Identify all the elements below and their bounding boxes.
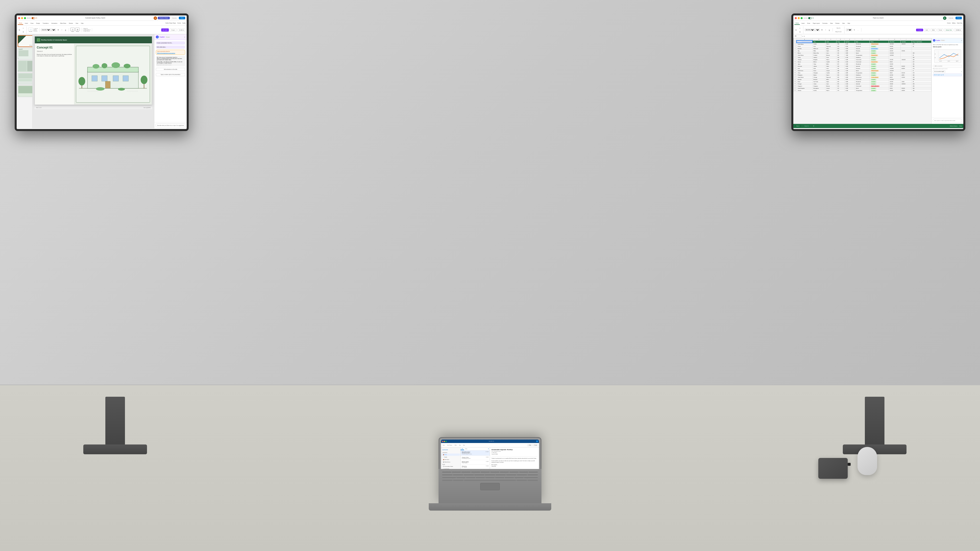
cell-10-6[interactable]: Commercial: [855, 61, 870, 63]
excel-insert-btn[interactable]: Insert: [924, 29, 929, 32]
cell-5-9[interactable]: 2/25/24: [900, 50, 912, 52]
cell-12-7[interactable]: Complete: [870, 65, 889, 67]
cell-13-3[interactable]: Liane: [826, 67, 837, 70]
key-shift-l[interactable]: [442, 476, 456, 478]
cell-16-3[interactable]: Naomi: [826, 74, 837, 76]
cell-16-1[interactable]: Philippines: [797, 74, 813, 76]
cell-15-7[interactable]: Complete: [870, 72, 889, 74]
cell-21-7[interactable]: Awaiting Materials: [870, 85, 889, 87]
cell-3-2[interactable]: Paris: [813, 45, 825, 48]
cell-6-3[interactable]: Liane: [826, 52, 837, 54]
key-b[interactable]: [495, 476, 504, 478]
cell-9-4[interactable]: 188: [837, 59, 845, 61]
close-btn[interactable]: [18, 17, 20, 19]
key-space[interactable]: [464, 479, 516, 481]
cell-20-6[interactable]: Industrial: [855, 83, 870, 85]
cell-13-7[interactable]: Complete: [870, 67, 889, 70]
cell-17-5[interactable]: 4,000: [845, 76, 855, 78]
cell-23-8[interactable]: 10/6/22: [889, 89, 900, 92]
cell-14-4[interactable]: 188: [837, 70, 845, 72]
cell-2-6[interactable]: Residential: [855, 43, 870, 45]
cell-19-6[interactable]: Residential: [855, 81, 870, 83]
cell-18-2[interactable]: Brisbane: [813, 78, 825, 81]
cell-10-8[interactable]: 6/5/23: [889, 61, 900, 63]
table-row[interactable]: 3FranceParisRaymond2038,200ResidentialCo…: [794, 45, 931, 48]
excel-copy-btn[interactable]: ⊞: [798, 30, 802, 33]
cell-18-8[interactable]: 10/18/22: [889, 78, 900, 81]
cell-15-4[interactable]: 199: [837, 72, 845, 74]
cell-23-4[interactable]: 175: [837, 89, 845, 92]
paste-btn[interactable]: ⎘: [18, 28, 21, 32]
cell-23-10[interactable]: 186: [912, 89, 931, 92]
cell-4-10[interactable]: [912, 48, 931, 50]
mail-tab-other[interactable]: Other: [464, 448, 469, 450]
cell-8-9[interactable]: [900, 56, 912, 59]
card-file-link[interactable]: SBU113_RooftopGardenCommunity.docx: [157, 52, 184, 54]
key-t[interactable]: [481, 471, 490, 473]
cell-20-8[interactable]: 10/4/22: [889, 83, 900, 85]
key-m[interactable]: [514, 476, 523, 478]
cell-20-4[interactable]: 201: [837, 83, 845, 85]
excel-wrap-btn[interactable]: Wrap Text: [834, 27, 843, 30]
italic-btn[interactable]: I: [60, 28, 64, 32]
cell-5-10[interactable]: [912, 50, 931, 52]
col-i[interactable]: I: [900, 38, 912, 41]
key-f[interactable]: [474, 473, 485, 476]
excel-underline-btn[interactable]: U: [827, 28, 831, 32]
cell-8-1[interactable]: Turkey: [797, 56, 813, 59]
outlook-new-email[interactable]: ✉ New Email: [441, 448, 460, 451]
header-enddate[interactable]: End Date: [900, 40, 912, 43]
col-e[interactable]: E: [845, 38, 855, 41]
excel-tab-help[interactable]: Help: [846, 22, 851, 24]
tab-design[interactable]: Design: [35, 22, 41, 24]
cell-15-2[interactable]: Shanghai: [813, 72, 825, 74]
table-row[interactable]: 21SingaporeSingaporeMaurice2022,500Comme…: [794, 85, 931, 87]
cell-16-4[interactable]: 204: [837, 74, 845, 76]
key-s[interactable]: [453, 473, 463, 476]
cell-19-1[interactable]: Brazil: [797, 81, 813, 83]
slide-thumb-2[interactable]: Concept 01 2: [18, 48, 33, 59]
excel-tab-insert[interactable]: Insert: [800, 22, 806, 24]
excel-size-select[interactable]: General: [815, 29, 820, 31]
cell-20-10[interactable]: 230: [912, 83, 931, 85]
key-z[interactable]: [457, 476, 466, 478]
cell-10-4[interactable]: 192: [837, 61, 845, 63]
excel-tab-formulas[interactable]: Formulas: [821, 22, 829, 24]
cell-7-9[interactable]: [900, 54, 912, 56]
cell-22-9[interactable]: 9/16/23: [900, 87, 912, 89]
cell-3-1[interactable]: France: [797, 45, 813, 48]
excel-copilot-input[interactable]: [933, 119, 963, 123]
excel-paste-btn[interactable]: ⎘: [794, 28, 798, 32]
table-row[interactable]: 19BrazilSao PauloSylvie2023,900Residenti…: [794, 81, 931, 83]
key-u[interactable]: [500, 471, 509, 473]
key-l[interactable]: [528, 473, 538, 476]
excel-share-btn[interactable]: Share: [956, 17, 962, 19]
get-addins-btn[interactable]: Get Add-ins: [178, 29, 186, 32]
tab-insert[interactable]: Insert: [24, 22, 29, 24]
cell-13-5[interactable]: 4,200: [845, 67, 855, 70]
cell-13-1[interactable]: India: [797, 67, 813, 70]
cell-9-7[interactable]: Complete: [870, 59, 889, 61]
cell-2-9[interactable]: 10/13/23: [900, 43, 912, 45]
excel-min-btn[interactable]: [798, 17, 800, 19]
excel-get-addins-btn[interactable]: Get Add-ins: [954, 29, 963, 32]
table-row[interactable]: 23VietnamHa NoiNaomi1752,100Transportati…: [794, 89, 931, 92]
formula-input[interactable]: [805, 35, 963, 37]
outlook-reply-btn[interactable]: ↩ Reply: [527, 444, 532, 446]
cell-14-9[interactable]: [900, 70, 912, 72]
cell-22-4[interactable]: 197: [837, 87, 845, 89]
excel-cut-btn[interactable]: ✂: [798, 27, 802, 30]
cell-18-1[interactable]: Australia: [797, 78, 813, 81]
outlook-sent-folder[interactable]: 📤 Sent Items: [441, 459, 460, 460]
cell-18-6[interactable]: Commercial: [855, 78, 870, 81]
shapes-btn[interactable]: ⬡: [70, 28, 75, 31]
outlook-min-btn[interactable]: [444, 441, 445, 442]
slide-thumb-3[interactable]: 3: [18, 60, 33, 72]
cell-6-4[interactable]: 191: [837, 52, 845, 54]
table-row[interactable]: 8TurkeyIstanbulFanis1906,700HealthcareCo…: [794, 56, 931, 59]
table-row[interactable]: 12IndonesiaJakartaSylvie1933,400Industri…: [794, 65, 931, 67]
table-row[interactable]: 6MexicoMexico CityLiane1913,000SportsCom…: [794, 52, 931, 54]
cell-17-7[interactable]: Pending Signing: [870, 76, 889, 78]
cell-11-10[interactable]: 365: [912, 63, 931, 65]
copy-btn[interactable]: ⊞: [22, 30, 25, 33]
